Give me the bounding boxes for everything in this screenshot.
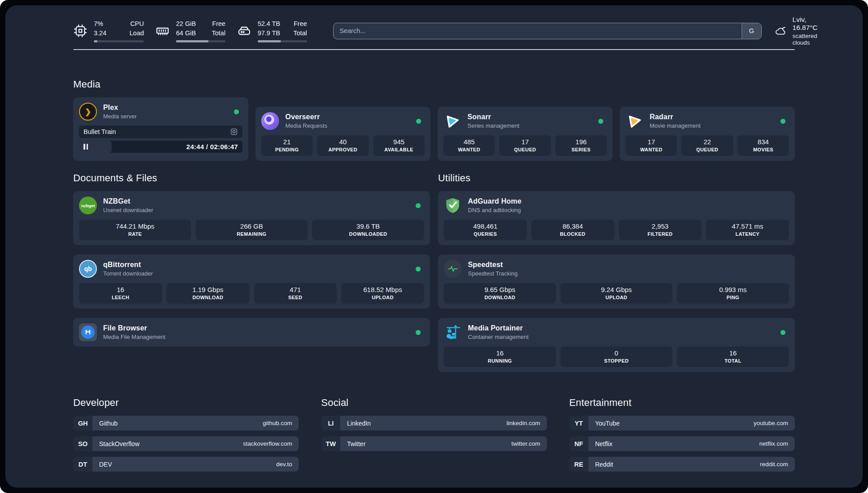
now-playing-title: Bullet Train (83, 128, 116, 135)
status-dot (416, 330, 421, 335)
app-title: File Browser (103, 324, 165, 332)
status-dot (780, 119, 785, 124)
link-name: DEV (99, 461, 112, 468)
disk-free-label: Free (293, 19, 307, 28)
pause-button[interactable] (83, 144, 88, 150)
cpu-load-label: Load (129, 29, 144, 38)
ram-icon (155, 24, 170, 38)
status-dot (416, 203, 421, 208)
cpu-stat: 7% 3.24 CPU Load (73, 19, 144, 42)
app-subtitle: DNS and adblocking (468, 207, 522, 213)
link-url: stackoverflow.com (243, 440, 292, 447)
link-github[interactable]: GH Github github.com (73, 416, 299, 430)
weather-widget: Lviv, 16.87°C scattered clouds (775, 16, 823, 46)
link-name: StackOverflow (99, 440, 139, 447)
cpu-load-value: 3.24 (94, 29, 117, 38)
weather-location-temp: Lviv, 16.87°C (793, 16, 823, 32)
ram-free-label: Free (212, 19, 225, 28)
link-dev[interactable]: DT DEV dev.to (73, 457, 299, 472)
app-subtitle: Container management (468, 334, 529, 340)
radarr-icon (626, 112, 643, 130)
header-divider (73, 49, 795, 50)
search-engine-button[interactable]: G (742, 23, 761, 39)
link-linkedin[interactable]: LI LinkedIn linkedin.com (321, 416, 547, 430)
link-stackoverflow[interactable]: SO StackOverflow stackoverflow.com (73, 436, 299, 451)
stat-tile: 0STOPPED (560, 347, 672, 367)
overseerr-icon (261, 112, 279, 130)
playback-progress-bar: 24:44 / 02:06:47 (79, 141, 242, 153)
link-url: reddit.com (760, 461, 788, 468)
stat-tile: 16LEECH (79, 283, 162, 304)
app-card-radarr[interactable]: Radarr Movie management 17WANTED 22QUEUE… (620, 107, 795, 161)
app-title: Media Portainer (468, 324, 529, 332)
link-netflix[interactable]: NF Netflix netflix.com (569, 436, 795, 451)
app-title: Overseerr (285, 113, 327, 121)
top-bar: 7% 3.24 CPU Load (73, 18, 795, 44)
stat-tile: 196SERIES (555, 135, 607, 156)
link-twitter[interactable]: TW Twitter twitter.com (321, 436, 547, 451)
app-title: Plex (103, 104, 137, 112)
adguard-icon (444, 196, 462, 214)
section-title-developer: Developer (73, 397, 299, 409)
app-subtitle: Movie management (650, 122, 701, 129)
app-card-sonarr[interactable]: Sonarr Series management 485WANTED 17QUE… (438, 107, 613, 161)
app-card-plex[interactable]: ❯ Plex Media server Bullet Train (73, 97, 248, 161)
ram-stat: 22 GiB 64 GiB Free Total (155, 19, 225, 42)
now-playing-row: Bullet Train (79, 125, 242, 138)
search-input[interactable] (334, 27, 742, 34)
link-name: LinkedIn (347, 420, 371, 427)
disk-icon (237, 24, 251, 38)
app-card-overseerr[interactable]: Overseerr Media Requests 21PENDING 40APP… (255, 107, 430, 161)
app-subtitle: Media server (103, 113, 137, 120)
app-title: AdGuard Home (468, 197, 522, 205)
portainer-icon (444, 323, 462, 341)
status-dot (598, 119, 603, 124)
app-card-portainer[interactable]: Media Portainer Container management 16R… (438, 318, 795, 372)
section-title-documents: Documents & Files (73, 172, 430, 184)
link-name: YouTube (595, 420, 620, 427)
link-youtube[interactable]: YT YouTube youtube.com (569, 416, 795, 430)
link-url: linkedin.com (507, 420, 540, 426)
cpu-icon (73, 24, 88, 38)
cpu-usage-label: CPU (129, 19, 144, 28)
link-abbr: DT (73, 457, 92, 472)
app-card-filebrowser[interactable]: File Browser Media File Management (73, 318, 430, 347)
cpu-progress-bar (94, 40, 144, 42)
section-title-social: Social (321, 397, 547, 409)
app-title: qBittorrent (103, 261, 153, 269)
link-name: Netflix (595, 440, 613, 447)
stat-tile: 744.21 MbpsRATE (79, 220, 191, 240)
disk-stat: 52.4 TB 97.9 TB Free Total (237, 19, 307, 42)
camera-icon (230, 128, 238, 136)
stat-tile: 16TOTAL (677, 347, 789, 367)
stat-tile: 266 GBREMAINING (196, 220, 308, 240)
stat-tile: 0.993 msPING (677, 283, 789, 304)
disk-total-label: Total (293, 29, 307, 38)
playback-time: 24:44 / 02:06:47 (186, 143, 238, 150)
stat-tile: 498,461QUERIES (444, 220, 527, 240)
link-abbr: NF (569, 436, 588, 451)
app-subtitle: Series management (467, 122, 519, 129)
link-url: github.com (263, 420, 292, 426)
app-card-nzbget[interactable]: nzbget NZBGet Usenet downloader 744.21 M… (73, 191, 430, 245)
stat-tile: 22QUEUED (681, 135, 733, 156)
search-bar: G (333, 23, 762, 39)
nzbget-icon: nzbget (79, 196, 97, 214)
app-card-adguard[interactable]: AdGuard Home DNS and adblocking 498,461Q… (438, 191, 795, 245)
disk-free-value: 52.4 TB (258, 19, 281, 28)
app-card-speedtest[interactable]: Speedtest Speedtest Tracking 9.65 GbpsDO… (438, 255, 795, 309)
app-title: Radarr (650, 113, 701, 121)
link-url: twitter.com (511, 440, 540, 447)
speedtest-icon (444, 260, 462, 278)
app-subtitle: Media Requests (285, 122, 327, 129)
stat-tile: 39.6 TBDOWNLOADED (312, 220, 424, 240)
filebrowser-icon (79, 323, 97, 341)
stat-tile: 17WANTED (626, 135, 677, 156)
app-card-qbittorrent[interactable]: qb qBittorrent Torrent downloader 16LEEC… (73, 255, 430, 309)
link-abbr: GH (73, 416, 92, 430)
link-url: youtube.com (754, 420, 788, 426)
link-reddit[interactable]: RE Reddit reddit.com (569, 457, 795, 472)
link-abbr: TW (321, 436, 340, 451)
app-title: Sonarr (467, 113, 519, 121)
section-title-media: Media (73, 79, 795, 90)
